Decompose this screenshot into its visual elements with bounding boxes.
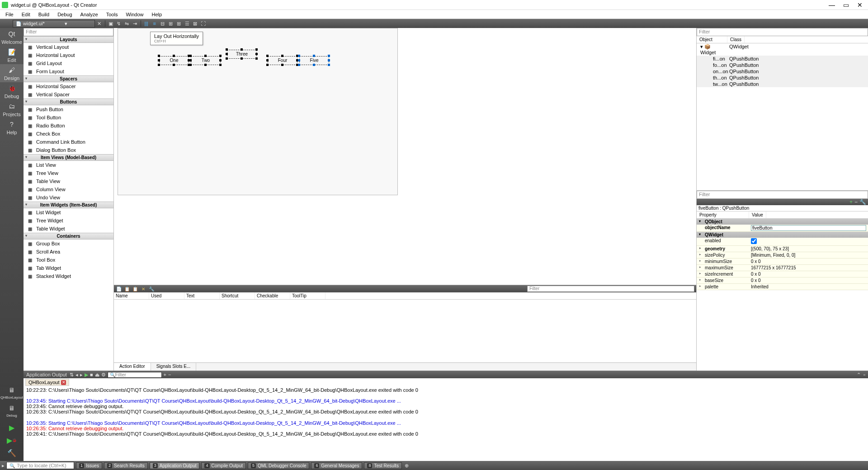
debug-run-button[interactable]: ▶🐞	[5, 435, 19, 446]
prop-cat-qwidget[interactable]: QWidget	[697, 232, 868, 238]
bottom-tab-issues[interactable]: 1Issues	[76, 462, 102, 469]
resize-handle[interactable]	[266, 59, 269, 61]
run-button[interactable]: ▶	[5, 422, 19, 433]
widget-table-widget[interactable]: ▦Table Widget	[24, 225, 113, 233]
maximize-button[interactable]: ▭	[843, 1, 849, 9]
widget-scroll-area[interactable]: ▦Scroll Area	[24, 248, 113, 256]
output-next-icon[interactable]: ▸	[80, 372, 83, 378]
widget-horizontal-layout[interactable]: ▦Horizontal Layout	[24, 51, 113, 59]
layout-vsplitter-icon[interactable]: ⊞	[167, 20, 175, 27]
widget-stacked-widget[interactable]: ▦Stacked Widget	[24, 272, 113, 280]
obj-child[interactable]: fi...onQPushButton	[697, 56, 868, 62]
action-col-checkable[interactable]: Checkable	[255, 292, 290, 299]
resize-handle[interactable]	[328, 55, 330, 57]
layout-vertical-icon[interactable]: ≡	[151, 20, 158, 27]
close-tab-icon[interactable]: ✕	[61, 380, 66, 385]
prop-row-sizePolicy[interactable]: sizePolicy[Minimum, Fixed, 0, 0]	[697, 252, 868, 258]
bottombar-more-icon[interactable]: ⊕	[405, 463, 409, 469]
widget-tree-view[interactable]: ▦Tree View	[24, 169, 113, 177]
resize-handle[interactable]	[158, 64, 160, 66]
bottom-tab-general-messages[interactable]: 6General Messages	[311, 462, 362, 469]
mode-edit[interactable]: 📝Edit	[0, 46, 24, 64]
resize-handle[interactable]	[255, 57, 258, 60]
widget-form-layout[interactable]: ▦Form Layout	[24, 67, 113, 75]
resize-handle[interactable]	[158, 55, 160, 57]
resize-handle[interactable]	[266, 64, 269, 66]
output-prev-icon[interactable]: ◂	[75, 372, 78, 378]
resize-handle[interactable]	[281, 64, 283, 66]
resize-handle[interactable]	[298, 64, 300, 66]
mode-welcome[interactable]: QtWelcome	[0, 28, 24, 46]
resize-handle[interactable]	[226, 57, 228, 60]
resize-handle[interactable]	[173, 64, 175, 66]
prop-row-geometry[interactable]: geometry[(500, 70), 75 x 23]	[697, 246, 868, 252]
resize-handle[interactable]	[241, 57, 243, 60]
output-body[interactable]: 10:22:23: C:\Users\Thiago Souto\Document…	[24, 386, 868, 461]
prop-cat-qobject[interactable]: QObject	[697, 219, 868, 225]
output-tab[interactable]: QHBoxLayout ✕	[25, 379, 69, 386]
mode-design[interactable]: 🖌Design	[0, 64, 24, 82]
obj-root[interactable]: ▾ 📦 WidgetQWidget	[697, 43, 868, 56]
output-add-icon[interactable]: +	[164, 372, 166, 377]
build-button[interactable]: 🔨	[5, 447, 19, 458]
output-stop-icon[interactable]: ■	[90, 372, 93, 377]
widgetbox-filter[interactable]: Filter	[24, 28, 113, 36]
widget-dialog-button-box[interactable]: ▦Dialog Button Box	[24, 146, 113, 154]
resize-handle[interactable]	[298, 55, 300, 57]
output-close-icon[interactable]: ▫	[863, 372, 865, 377]
obj-child[interactable]: tw...onQPushButton	[697, 81, 868, 87]
adjust-size-icon[interactable]: ⛶	[200, 20, 207, 27]
widget-tool-button[interactable]: ▦Tool Button	[24, 113, 113, 122]
action-col-name[interactable]: Name	[114, 292, 149, 299]
edit-widgets-icon[interactable]: ▣	[107, 20, 114, 27]
prop-filter[interactable]: Filter	[697, 191, 868, 199]
bottom-tab-compile-output[interactable]: 4Compile Output	[201, 462, 246, 469]
action-col-used[interactable]: Used	[149, 292, 184, 299]
mode-debug[interactable]: 🐞Debug	[0, 82, 24, 100]
layout-horizontal-icon[interactable]: |||	[143, 20, 150, 27]
paste-action-icon[interactable]: 📋	[132, 286, 138, 292]
action-col-tooltip[interactable]: ToolTip	[290, 292, 326, 299]
output-attach-icon[interactable]: ⏏	[95, 372, 99, 378]
category-item-widgets-item-based-[interactable]: Item Widgets (Item-Based)	[24, 202, 113, 208]
widget-radio-button[interactable]: ▦Radio Button	[24, 122, 113, 130]
widget-vertical-layout[interactable]: ▦Vertical Layout	[24, 43, 113, 51]
resize-handle[interactable]	[204, 55, 207, 57]
widget-list-view[interactable]: ▦List View	[24, 161, 113, 169]
prop-row-maximumSize[interactable]: maximumSize16777215 x 16777215	[697, 265, 868, 271]
config-prop-icon[interactable]: 🔧	[859, 199, 866, 205]
resize-handle[interactable]	[255, 48, 258, 51]
document-selector[interactable]: widget.ui* ▾	[13, 20, 95, 28]
canvas[interactable]: Lay Out Horizontally Ctrl+H OneTwoThreeF…	[114, 28, 696, 285]
close-button[interactable]: ✕	[857, 1, 863, 9]
output-nav-icon[interactable]: ⇅	[70, 372, 74, 378]
resize-handle[interactable]	[298, 59, 300, 61]
category-spacers[interactable]: Spacers	[24, 75, 113, 82]
config-action-icon[interactable]: 🔧	[148, 286, 155, 292]
widget-tool-box[interactable]: ▦Tool Box	[24, 256, 113, 264]
action-filter[interactable]: Filter	[527, 286, 694, 292]
layout-grid-icon[interactable]: ⊞	[175, 20, 183, 27]
prop-col-value[interactable]: Value	[749, 212, 766, 218]
close-doc-icon[interactable]: ✕	[96, 20, 103, 27]
prop-check-enabled[interactable]	[751, 238, 757, 244]
widget-column-view[interactable]: ▦Column View	[24, 185, 113, 193]
prop-row-objectName[interactable]: objectName	[697, 225, 868, 232]
resize-handle[interactable]	[266, 55, 269, 57]
minimize-button[interactable]: —	[829, 1, 835, 9]
prop-col-property[interactable]: Property	[697, 212, 749, 218]
menu-debug[interactable]: Debug	[54, 11, 75, 18]
obj-filter[interactable]: Filter	[697, 28, 868, 36]
widget-vertical-spacer[interactable]: ▦Vertical Spacer	[24, 90, 113, 99]
resize-handle[interactable]	[226, 53, 228, 55]
layout-form-icon[interactable]: ☰	[184, 20, 191, 27]
resize-handle[interactable]	[173, 55, 175, 57]
output-settings-icon[interactable]: ⚙	[101, 372, 106, 378]
locate-chevron-icon[interactable]: ▸	[2, 463, 5, 469]
category-containers[interactable]: Containers	[24, 233, 113, 240]
output-expand-icon[interactable]: ⌃	[857, 372, 861, 378]
widget-command-link-button[interactable]: ▦Command Link Button	[24, 138, 113, 146]
delete-action-icon[interactable]: ✕	[140, 286, 146, 292]
widget-push-button[interactable]: ▦Push Button	[24, 105, 113, 113]
kit-selector[interactable]: 🖥 QHBoxLayout	[0, 383, 24, 401]
